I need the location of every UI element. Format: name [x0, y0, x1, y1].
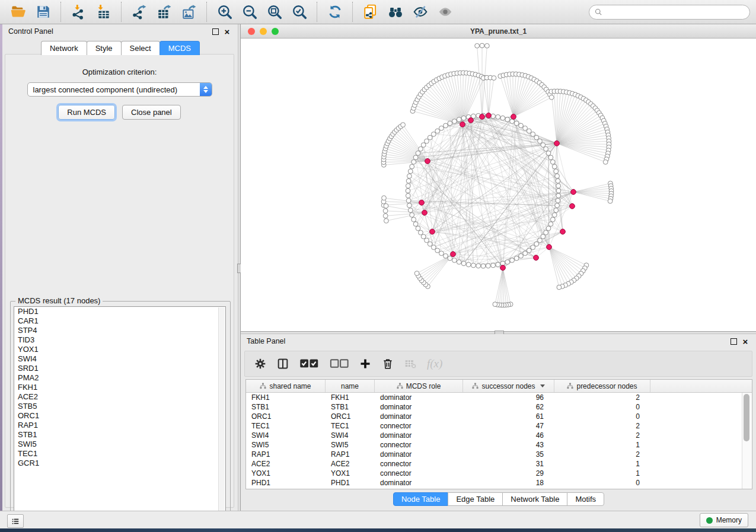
mcds-result-item[interactable]: TID3 [14, 335, 225, 345]
column-header-name[interactable]: name [326, 380, 375, 392]
control-panel: Control Panel × NetworkStyleSelectMCDS O… [2, 24, 238, 511]
table-settings-gear-icon[interactable] [254, 356, 266, 371]
export-image-icon[interactable] [180, 3, 198, 21]
table-cell: 31 [463, 460, 554, 468]
command-panel-button[interactable] [7, 514, 24, 528]
table-cell: dominator [375, 431, 463, 440]
search-input[interactable] [606, 7, 745, 17]
table-row[interactable]: RAP1RAP1dominator352 [246, 450, 752, 459]
table-cell: 29 [463, 469, 554, 477]
import-table-icon[interactable] [95, 3, 113, 21]
mcds-result-item[interactable]: ORC1 [14, 411, 225, 421]
node-table: shared namenameMCDS rolesuccessor nodesp… [245, 379, 752, 489]
mcds-result-item[interactable]: SWI4 [14, 354, 225, 364]
mcds-list-scrollbar[interactable] [218, 307, 225, 516]
mcds-result-item[interactable]: TEC1 [14, 449, 225, 459]
table-scrollbar[interactable] [742, 393, 751, 489]
column-header-predecessor-nodes[interactable]: predecessor nodes [554, 380, 650, 392]
deselect-all-columns-icon[interactable] [330, 356, 349, 371]
mcds-result-item[interactable]: STB5 [14, 402, 225, 411]
tab-node-table[interactable]: Node Table [393, 492, 449, 506]
table-row[interactable]: ACE2ACE2connector311 [246, 459, 752, 469]
tab-motifs[interactable]: Motifs [567, 492, 604, 506]
sort-menu-icon[interactable] [540, 384, 545, 387]
import-network-icon[interactable] [70, 3, 88, 21]
tab-edge-table[interactable]: Edge Table [448, 492, 503, 506]
memory-button[interactable]: Memory [700, 513, 748, 527]
toolbar-separator [352, 2, 353, 22]
save-session-icon[interactable] [34, 3, 52, 21]
table-cell: ORC1 [326, 412, 375, 421]
mcds-result-list[interactable]: PHD1CAR1STP4TID3YOX1SWI4SRD1PMA2FKH1ACE2… [14, 306, 226, 516]
memory-label: Memory [716, 516, 742, 524]
mcds-result-item[interactable]: PHD1 [14, 307, 225, 316]
mcds-result-item[interactable]: FKH1 [14, 383, 225, 392]
zoom-fit-icon[interactable] [266, 3, 283, 21]
mcds-hub-node [570, 204, 575, 209]
search-box[interactable] [589, 5, 750, 20]
column-type-icon [397, 383, 403, 389]
delete-columns-icon[interactable] [382, 356, 394, 371]
tab-select[interactable]: Select [121, 41, 160, 55]
float-table-panel-icon[interactable] [729, 336, 738, 346]
mcds-hub-node [480, 114, 485, 120]
mcds-hub-node [486, 113, 492, 118]
close-panel-icon[interactable]: × [222, 27, 232, 36]
mcds-result-item[interactable]: CAR1 [14, 316, 225, 326]
zoom-in-icon[interactable] [216, 3, 234, 21]
mcds-result-item[interactable]: SWI5 [14, 440, 225, 449]
tab-network-table[interactable]: Network Table [502, 492, 567, 506]
network-view-canvas[interactable] [241, 39, 756, 332]
open-file-icon[interactable] [9, 3, 27, 21]
table-row[interactable]: FKH1FKH1dominator962 [246, 393, 752, 402]
search-icon [594, 8, 603, 17]
zoom-selected-icon[interactable] [291, 3, 308, 21]
column-header-shared-name[interactable]: shared name [246, 380, 326, 392]
table-cell: RAP1 [246, 450, 326, 459]
table-row[interactable]: SWI4SWI4dominator462 [246, 431, 752, 440]
optimization-criterion-select[interactable]: largest connected component (undirected) [27, 82, 212, 97]
tab-style[interactable]: Style [87, 41, 122, 55]
table-row[interactable]: YOX1YOX1connector291 [246, 469, 752, 478]
table-cell: connector [375, 422, 463, 430]
list-menu-icon [11, 517, 20, 525]
table-row[interactable]: SWI5SWI5connector431 [246, 440, 752, 450]
add-column-icon[interactable] [359, 356, 371, 371]
toggle-columns-icon[interactable] [277, 356, 289, 371]
column-header-MCDS-role[interactable]: MCDS role [375, 380, 463, 392]
table-row[interactable]: ORC1ORC1dominator610 [246, 412, 752, 421]
zoom-out-icon[interactable] [241, 3, 259, 21]
mcds-result-item[interactable]: YOX1 [14, 345, 225, 354]
table-row[interactable]: TEC1TEC1connector472 [246, 421, 752, 431]
mcds-result-item[interactable]: ACE2 [14, 392, 225, 402]
mcds-result-title: MCDS result (17 nodes) [15, 296, 103, 305]
clone-network-icon[interactable] [362, 3, 379, 21]
table-scrollbar-thumb[interactable] [744, 394, 749, 441]
select-all-columns-icon[interactable] [299, 356, 319, 371]
table-row[interactable]: STB1STB1dominator620 [246, 402, 752, 412]
status-bar: Memory [0, 511, 756, 528]
export-network-icon[interactable] [130, 3, 148, 21]
table-cell: 61 [463, 412, 554, 421]
mcds-result-item[interactable]: RAP1 [14, 421, 225, 430]
first-neighbors-icon[interactable] [387, 3, 404, 21]
run-mcds-button[interactable]: Run MCDS [58, 105, 115, 120]
table-row[interactable]: PHD1PHD1dominator180 [246, 478, 752, 488]
refresh-network-icon[interactable] [326, 3, 344, 21]
mcds-result-item[interactable]: STP4 [14, 326, 225, 335]
mcds-hub-node [468, 118, 474, 123]
cytoscape-app: Control Panel × NetworkStyleSelectMCDS O… [0, 0, 756, 532]
mcds-result-item[interactable]: SRD1 [14, 364, 225, 373]
export-table-icon[interactable] [155, 3, 173, 21]
mcds-result-item[interactable]: GCR1 [14, 459, 225, 468]
table-cell: SWI5 [246, 441, 326, 449]
float-panel-icon[interactable] [210, 27, 220, 36]
mcds-result-item[interactable]: PMA2 [14, 373, 225, 383]
tab-network[interactable]: Network [41, 41, 87, 55]
column-header-successor-nodes[interactable]: successor nodes [463, 380, 554, 392]
mcds-result-item[interactable]: STB1 [14, 430, 225, 440]
close-panel-button[interactable]: Close panel [122, 105, 181, 120]
tab-mcds[interactable]: MCDS [160, 41, 200, 55]
close-table-panel-icon[interactable]: × [741, 336, 750, 346]
hide-selected-icon[interactable] [412, 3, 429, 21]
